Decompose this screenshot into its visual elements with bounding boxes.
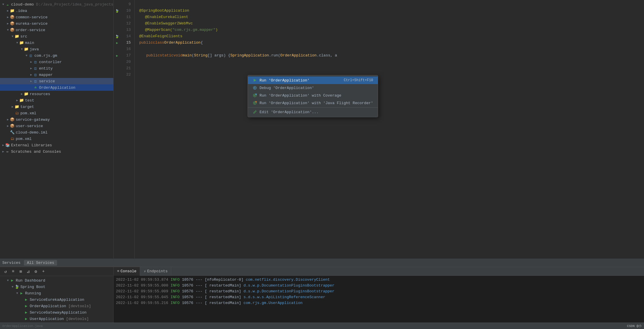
menu-item-coverage[interactable]: Run 'OrderApplication' with Coverage xyxy=(248,92,378,99)
tree-item-service-gateway[interactable]: ▶ 📦 service-gateway xyxy=(0,116,113,123)
gutter-17[interactable]: ▶ xyxy=(114,52,121,59)
gutter-15[interactable]: ▶ xyxy=(114,40,121,46)
svg-marker-2 xyxy=(254,87,256,89)
gutter-spring-icon2: 🍃 xyxy=(115,35,119,38)
target-label: target xyxy=(20,105,34,109)
tree-arrow: ▼ xyxy=(6,279,10,282)
log-ts-1: 2022-11-02 09:59:53.874 xyxy=(116,277,168,283)
tree-item-main[interactable]: ▼ 📁 main xyxy=(0,40,113,46)
code-line-18 xyxy=(139,59,639,65)
code-line-10: @SpringBootApplication xyxy=(139,8,639,14)
service-user-app[interactable]: ▶ ▶ UserApplication [devtools] xyxy=(0,316,113,322)
service-run-dashboard[interactable]: ▼ ▶ Run Dashboard xyxy=(0,277,113,284)
services-header: Services All Services xyxy=(0,259,644,267)
tree-item-idea[interactable]: ▶ 📁 .idea xyxy=(0,8,113,14)
external-lib-icon: 📚 xyxy=(5,143,10,147)
module-icon: 📦 xyxy=(10,124,15,128)
project-name-label: cloud-demo D:/Java_Project/idea_java_pro… xyxy=(11,2,114,7)
spring-boot-label: Spring Boot xyxy=(20,285,45,289)
menu-item-edit-label: Edit 'OrderApplication'... xyxy=(260,110,319,114)
tree-item-target[interactable]: ▶ 📁 target xyxy=(0,104,113,110)
service-eureka-app[interactable]: ▶ ▶ ServiceEurekaApplication xyxy=(0,296,113,303)
all-services-tab[interactable]: All Services xyxy=(24,260,57,266)
console-output[interactable]: 2022-11-02 09:59:53.874 INFO 10576 --- [… xyxy=(114,276,644,323)
folder-target-icon: 📁 xyxy=(15,104,19,109)
tree-item-external-libraries[interactable]: ▶ 📚 External Libraries xyxy=(0,142,113,148)
tree-item-order-application[interactable]: ▶ ☘ OrderApplication xyxy=(0,84,113,91)
refresh-btn[interactable]: ↺ xyxy=(2,268,9,275)
svg-marker-0 xyxy=(254,79,256,82)
svg-point-5 xyxy=(255,94,257,95)
src-label: src xyxy=(20,34,27,39)
menu-item-flight[interactable]: Run 'OrderApplication' with 'Java Flight… xyxy=(248,99,378,107)
add-btn[interactable]: + xyxy=(40,268,47,275)
tree-arrow: ▼ xyxy=(10,35,15,38)
mapper-label: mapper xyxy=(39,73,53,77)
line-num-17: 17 xyxy=(121,52,131,59)
tree-item-scratches[interactable]: ▶ ✏ Scratches and Consoles xyxy=(0,148,113,155)
debug-menu-icon xyxy=(253,86,257,90)
endpoints-tab[interactable]: ⚡ Endpoints xyxy=(140,267,171,276)
console-tab[interactable]: ≡ Console xyxy=(114,267,140,276)
scratches-icon: ✏ xyxy=(5,149,10,154)
tree-item-root-pom[interactable]: ▶ 🗂 pom.xml xyxy=(0,136,113,142)
tree-item-pom-xml[interactable]: ▶ 🗂 pom.xml xyxy=(0,110,113,116)
tree-arrow: ▶ xyxy=(15,99,19,102)
project-root[interactable]: ▼ ☁ cloud-demo D:/Java_Project/idea_java… xyxy=(0,1,113,8)
service-order-app[interactable]: ▶ ▶ OrderApplication [devtools] xyxy=(0,303,113,309)
menu-item-edit[interactable]: Edit 'OrderApplication'... xyxy=(248,108,378,116)
tree-item-contorller[interactable]: ▶ ◫ contorller xyxy=(0,59,113,65)
tree-item-service[interactable]: ▶ ◫ service xyxy=(0,78,113,84)
paren-open: ( xyxy=(192,52,194,59)
settings-btn[interactable]: ⚙ xyxy=(33,268,39,275)
filter-btn[interactable]: ⊿ xyxy=(25,268,31,275)
tree-item-common-service[interactable]: ▶ 📦 common-service xyxy=(0,14,113,20)
line-num-20: 20 xyxy=(121,59,131,65)
test-label: test xyxy=(25,98,34,103)
tree-item-cloud-demo-iml[interactable]: ▶ 🔧 cloud-demo.iml xyxy=(0,129,113,136)
tree-item-order-service[interactable]: ▼ 📦 order-service xyxy=(0,27,113,33)
menu-item-coverage-label: Run 'OrderApplication' with Coverage xyxy=(260,93,341,98)
iml-icon: 🔧 xyxy=(10,130,15,135)
menu-item-debug-label: Debug 'OrderApplication' xyxy=(260,86,314,90)
java-label: java xyxy=(30,47,39,51)
classname-order: OrderApplication xyxy=(164,40,201,46)
tree-item-user-service[interactable]: ▶ 📦 user-service xyxy=(0,123,113,129)
eureka-service-label: eureka-service xyxy=(16,22,47,26)
menu-item-run[interactable]: Run 'OrderApplication' Ctrl+Shift+F10 xyxy=(248,77,378,84)
sort-btn[interactable]: ≡ xyxy=(10,268,16,275)
endpoints-tab-label: Endpoints xyxy=(147,269,167,273)
code-content[interactable]: @SpringBootApplication @EnableEurekaClie… xyxy=(135,0,644,259)
module-icon: 📦 xyxy=(10,15,15,19)
code-editor[interactable]: 🍃 🍃 ▶ ▶ 9 10 11 xyxy=(114,0,644,259)
run-menu-icon xyxy=(253,78,257,83)
tree-arrow: ▼ xyxy=(24,54,29,57)
log-line-3: 2022-11-02 09:59:55.009 INFO 10576 --- [… xyxy=(116,289,642,294)
gateway-app-label: ServiceGatewayApplication xyxy=(30,310,87,315)
tree-item-test[interactable]: ▶ 📁 test xyxy=(0,97,113,104)
annotation-close: ) xyxy=(216,27,218,33)
tree-item-com-rjs-gm[interactable]: ▼ ◫ com.rjs.gm xyxy=(0,52,113,59)
tree-item-eureka-service[interactable]: ▶ 📦 eureka-service xyxy=(0,20,113,27)
menu-item-debug[interactable]: Debug 'OrderApplication' xyxy=(248,84,378,92)
log-sep-5: --- xyxy=(196,300,202,306)
log-thread-4: [ restartedMain] xyxy=(205,294,241,300)
status-left: OrderApplication.java xyxy=(2,324,43,328)
gutter-10[interactable]: 🍃 xyxy=(114,8,121,14)
tree-item-resources[interactable]: ▶ 📁 resources xyxy=(0,91,113,97)
tree-arrow: ▼ xyxy=(10,285,15,289)
user-service-label: user-service xyxy=(16,124,43,128)
service-running[interactable]: ▼ ▶ Running xyxy=(0,290,113,296)
service-gateway-app[interactable]: ▶ ▶ ServiceGatewayApplication xyxy=(0,309,113,316)
service-spring-boot[interactable]: ▼ 🍃 Spring Boot xyxy=(0,284,113,290)
tree-item-entity[interactable]: ▶ ◫ entity xyxy=(0,65,113,72)
running-green-icon: ▶ xyxy=(24,297,29,302)
package-icon: ◫ xyxy=(33,79,38,83)
gutter-9 xyxy=(114,1,121,8)
services-toolbar: ↺ ≡ ⊞ ⊿ ⚙ + xyxy=(0,267,113,276)
tree-item-java[interactable]: ▼ 📁 java xyxy=(0,46,113,52)
group-btn[interactable]: ⊞ xyxy=(17,268,24,275)
tree-item-src[interactable]: ▼ 📁 src xyxy=(0,33,113,40)
gutter-14[interactable]: 🍃 xyxy=(114,33,121,40)
tree-item-mapper[interactable]: ▶ ◫ mapper xyxy=(0,72,113,78)
